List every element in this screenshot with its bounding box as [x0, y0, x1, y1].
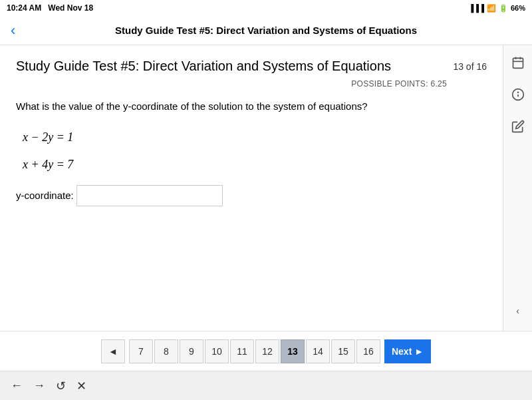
edit-icon[interactable] — [509, 117, 527, 136]
prev-page-button[interactable]: ◄ — [101, 339, 125, 363]
page-9-button[interactable]: 9 — [180, 339, 203, 363]
status-date: Wed Nov 18 — [48, 3, 93, 13]
next-button[interactable]: Next ► — [384, 339, 431, 363]
info-icon[interactable] — [509, 85, 527, 104]
battery-icon: 🔋 — [499, 4, 508, 13]
browser-close-button[interactable]: ✕ — [76, 379, 86, 393]
top-nav: ‹ Study Guide Test #5: Direct Variation … — [0, 16, 532, 45]
status-time: 10:24 AM — [7, 3, 41, 13]
pagination-bar: ◄ 7 8 9 10 11 12 13 14 15 16 Next ► — [0, 331, 532, 371]
calendar-icon[interactable] — [509, 53, 527, 72]
page-header: Study Guide Test #5: Direct Variation an… — [16, 59, 487, 74]
back-button[interactable]: ‹ — [11, 23, 15, 38]
svg-rect-0 — [513, 58, 523, 68]
signal-icon: ▐▐▐ — [469, 4, 484, 12]
browser-back-button[interactable]: ← — [11, 379, 23, 393]
y-coordinate-input[interactable] — [76, 185, 223, 206]
wifi-icon: 📶 — [487, 4, 496, 13]
page-title: Study Guide Test #5: Direct Variation an… — [16, 59, 391, 74]
page-10-button[interactable]: 10 — [205, 339, 229, 363]
main-area: Study Guide Test #5: Direct Variation an… — [0, 45, 532, 331]
page-12-button[interactable]: 12 — [255, 339, 279, 363]
content-area: Study Guide Test #5: Direct Variation an… — [0, 45, 503, 331]
page-7-button[interactable]: 7 — [129, 339, 153, 363]
page-11-button[interactable]: 11 — [230, 339, 254, 363]
page-16-button[interactable]: 16 — [356, 339, 380, 363]
possible-points: POSSIBLE POINTS: 6.25 — [16, 79, 487, 89]
nav-title: Study Guide Test #5: Direct Variation an… — [115, 25, 417, 36]
battery-percent: 66% — [511, 4, 525, 12]
browser-refresh-button[interactable]: ↺ — [56, 379, 66, 393]
answer-row: y-coordinate: — [16, 185, 487, 206]
status-bar-right: ▐▐▐ 📶 🔋 66% — [469, 4, 525, 13]
page-count: 13 of 16 — [453, 59, 487, 72]
page-13-button[interactable]: 13 — [281, 339, 305, 363]
equation-2: x + 4y = 7 — [16, 158, 487, 172]
status-bar: 10:24 AM Wed Nov 18 ▐▐▐ 📶 🔋 66% — [0, 0, 532, 16]
question-text: What is the value of the y-coordinate of… — [16, 99, 487, 114]
page-8-button[interactable]: 8 — [154, 339, 178, 363]
right-sidebar: ‹ — [503, 45, 532, 331]
bottom-browser-bar: ← → ↺ ✕ — [0, 371, 532, 400]
equation-1: x − 2y = 1 — [16, 130, 487, 144]
sidebar-collapse-button[interactable]: ‹ — [509, 301, 527, 320]
answer-label: y-coordinate: — [16, 190, 74, 201]
page-15-button[interactable]: 15 — [331, 339, 355, 363]
browser-forward-button[interactable]: → — [33, 379, 45, 393]
status-time-date: 10:24 AM Wed Nov 18 — [7, 3, 93, 13]
page-14-button[interactable]: 14 — [306, 339, 330, 363]
